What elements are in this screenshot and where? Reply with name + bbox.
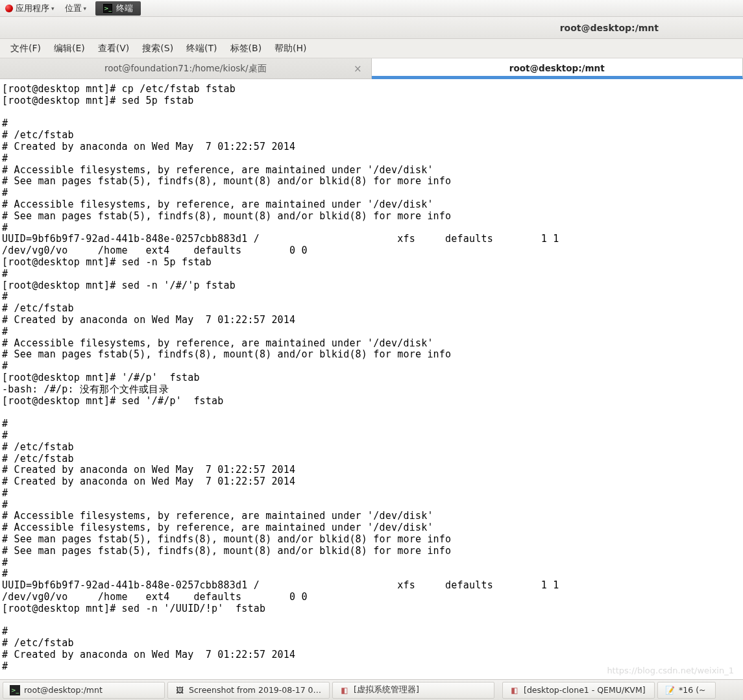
task-label: *16 (~ (679, 685, 705, 695)
panel-window-label: 终端 (116, 3, 133, 14)
task-vm-desktop-clone1[interactable]: ◧ [desktop-clone1 - QEMU/KVM] (502, 682, 655, 699)
tab-foundation71[interactable]: root@foundation71:/home/kiosk/桌面 × (0, 58, 372, 79)
task-terminal[interactable]: >_ root@desktop:/mnt (3, 682, 165, 699)
panel-window-button[interactable]: >_ 终端 (95, 1, 141, 16)
gnome-top-panel: 应用程序 ▾ 位置 ▾ >_ 终端 (0, 0, 743, 17)
redhat-icon (5, 5, 13, 12)
chevron-down-icon: ▾ (84, 5, 87, 12)
task-virt-manager[interactable]: ◧ [虚拟系统管理器] (332, 682, 494, 699)
applications-menu[interactable]: 应用程序 ▾ (0, 0, 60, 16)
menu-file[interactable]: 文件(F) (4, 43, 47, 54)
vm-icon: ◧ (509, 685, 520, 695)
watermark-text: https://blog.csdn.net/weixin_1 (607, 666, 734, 675)
menu-help[interactable]: 帮助(H) (268, 43, 313, 54)
task-label: Screenshot from 2019-08-17 0… (189, 685, 321, 695)
terminal-menubar: 文件(F) 编辑(E) 查看(V) 搜索(S) 终端(T) 标签(B) 帮助(H… (0, 39, 743, 58)
task-editor[interactable]: 📝 *16 (~ (657, 682, 716, 699)
task-label: root@desktop:/mnt (24, 685, 103, 695)
menu-edit[interactable]: 编辑(E) (47, 43, 91, 54)
places-menu[interactable]: 位置 ▾ (60, 0, 92, 16)
tab-desktop-mnt[interactable]: root@desktop:/mnt (372, 58, 744, 79)
text-editor-icon: 📝 (664, 685, 675, 695)
menu-view[interactable]: 查看(V) (91, 43, 136, 54)
menu-search[interactable]: 搜索(S) (136, 43, 180, 54)
close-icon[interactable]: × (354, 63, 362, 75)
vm-icon: ◧ (339, 685, 350, 695)
terminal-tabs: root@foundation71:/home/kiosk/桌面 × root@… (0, 58, 743, 79)
chevron-down-icon: ▾ (51, 5, 55, 12)
menu-terminal[interactable]: 终端(T) (180, 43, 223, 54)
image-viewer-icon: 🖼 (175, 685, 185, 695)
applications-label: 应用程序 (16, 3, 49, 14)
terminal-icon: >_ (10, 685, 20, 695)
tab-label: root@foundation71:/home/kiosk/桌面 (104, 63, 267, 75)
terminal-icon: >_ (103, 4, 112, 13)
window-titlebar[interactable]: root@desktop:/mnt (0, 17, 743, 39)
terminal-output[interactable]: [root@desktop mnt]# cp /etc/fstab fstab … (0, 79, 743, 673)
tab-label: root@desktop:/mnt (509, 63, 605, 73)
places-label: 位置 (65, 3, 82, 14)
task-label: [desktop-clone1 - QEMU/KVM] (524, 685, 646, 695)
task-label: [虚拟系统管理器] (354, 684, 419, 695)
gnome-bottom-panel: >_ root@desktop:/mnt 🖼 Screenshot from 2… (0, 679, 743, 700)
menu-tabs[interactable]: 标签(B) (224, 43, 269, 54)
task-screenshot[interactable]: 🖼 Screenshot from 2019-08-17 0… (167, 682, 330, 699)
window-title: root@desktop:/mnt (560, 23, 659, 33)
